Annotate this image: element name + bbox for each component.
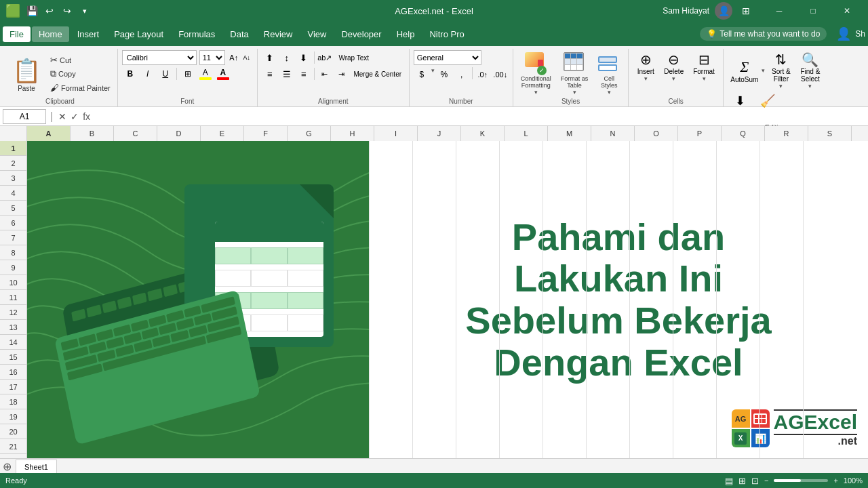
save-icon[interactable]: 💾 bbox=[24, 3, 39, 18]
insert-button[interactable]: ⊕ Insert ▾ bbox=[633, 50, 658, 83]
zoom-out-icon[interactable]: − bbox=[764, 476, 768, 485]
underline-button[interactable]: U bbox=[157, 66, 174, 81]
page-layout-view-icon[interactable]: ⊞ bbox=[738, 476, 746, 486]
menu-help[interactable]: Help bbox=[390, 26, 422, 42]
col-S[interactable]: S bbox=[808, 126, 852, 141]
row-22[interactable]: 22 bbox=[0, 454, 26, 458]
row-5[interactable]: 5 bbox=[0, 201, 26, 216]
col-C[interactable]: C bbox=[114, 126, 157, 141]
col-N[interactable]: N bbox=[591, 126, 635, 141]
align-right-button[interactable]: ≡ bbox=[296, 66, 312, 81]
share-icon[interactable]: 👤 bbox=[836, 26, 851, 41]
row-18[interactable]: 18 bbox=[0, 394, 26, 409]
col-M[interactable]: M bbox=[548, 126, 591, 141]
col-R[interactable]: R bbox=[765, 126, 808, 141]
col-B[interactable]: B bbox=[71, 126, 114, 141]
col-D[interactable]: D bbox=[157, 126, 201, 141]
formula-input[interactable] bbox=[94, 109, 865, 124]
col-P[interactable]: P bbox=[678, 126, 722, 141]
col-T[interactable]: T bbox=[852, 126, 868, 141]
sheet-tab-1[interactable]: Sheet1 bbox=[16, 460, 57, 473]
conditional-formatting-button[interactable]: ✓ ConditionalFormatting ▾ bbox=[517, 50, 555, 98]
align-middle-button[interactable]: ↕ bbox=[279, 50, 295, 65]
row-16[interactable]: 16 bbox=[0, 365, 26, 380]
row-3[interactable]: 3 bbox=[0, 171, 26, 186]
undo-icon[interactable]: ↩ bbox=[42, 3, 57, 18]
confirm-formula-icon[interactable]: ✓ bbox=[69, 111, 80, 122]
currency-button[interactable]: $ bbox=[414, 67, 430, 82]
menu-formulas[interactable]: Formulas bbox=[172, 26, 222, 42]
paste-button[interactable]: 📋 Paste bbox=[7, 56, 46, 92]
page-break-view-icon[interactable]: ⊡ bbox=[751, 476, 759, 486]
align-center-button[interactable]: ☰ bbox=[279, 66, 295, 81]
wrap-text-button[interactable]: Wrap Text bbox=[334, 50, 374, 65]
format-button[interactable]: ⊟ Format ▾ bbox=[689, 50, 719, 83]
col-A[interactable]: A bbox=[27, 126, 71, 141]
menu-home[interactable]: Home bbox=[32, 26, 69, 42]
autosum-dd-arrow[interactable]: ▾ bbox=[762, 67, 765, 74]
row-2[interactable]: 2 bbox=[0, 156, 26, 171]
row-12[interactable]: 12 bbox=[0, 305, 26, 320]
menu-page-layout[interactable]: Page Layout bbox=[107, 26, 170, 42]
find-select-button[interactable]: 🔍 Find & Select ▾ bbox=[797, 50, 823, 91]
cancel-formula-icon[interactable]: ✕ bbox=[57, 111, 68, 122]
row-9[interactable]: 9 bbox=[0, 260, 26, 275]
orientation-button[interactable]: ab↗ bbox=[317, 50, 333, 65]
cut-button[interactable]: ✂ Cut bbox=[47, 54, 113, 66]
col-E[interactable]: E bbox=[201, 126, 244, 141]
align-bottom-button[interactable]: ⬇ bbox=[296, 50, 312, 65]
menu-file[interactable]: File bbox=[3, 26, 31, 42]
percent-button[interactable]: % bbox=[436, 67, 452, 82]
zoom-in-icon[interactable]: + bbox=[833, 476, 837, 485]
row-14[interactable]: 14 bbox=[0, 335, 26, 350]
zoom-slider[interactable] bbox=[774, 479, 828, 482]
col-L[interactable]: L bbox=[505, 126, 548, 141]
decrease-decimal-button[interactable]: .0↑ bbox=[475, 67, 491, 82]
tell-me-box[interactable]: 💡 Tell me what you want to do bbox=[700, 27, 827, 41]
italic-button[interactable]: I bbox=[140, 66, 156, 81]
maximize-button[interactable]: □ bbox=[797, 0, 829, 22]
bold-button[interactable]: B bbox=[122, 66, 138, 81]
normal-view-icon[interactable]: ▤ bbox=[725, 476, 733, 486]
menu-view[interactable]: View bbox=[300, 26, 333, 42]
font-color-button[interactable]: A bbox=[215, 66, 231, 81]
row-11[interactable]: 11 bbox=[0, 290, 26, 305]
menu-developer[interactable]: Developer bbox=[334, 26, 388, 42]
merge-center-button[interactable]: Merge & Center bbox=[351, 66, 405, 81]
format-painter-button[interactable]: 🖌 Format Painter bbox=[47, 81, 113, 94]
menu-insert[interactable]: Insert bbox=[71, 26, 106, 42]
col-G[interactable]: G bbox=[288, 126, 331, 141]
cell-reference-box[interactable]: A1 bbox=[3, 109, 46, 124]
corner-cell[interactable] bbox=[0, 126, 27, 141]
increase-indent-button[interactable]: ⇥ bbox=[334, 66, 350, 81]
col-J[interactable]: J bbox=[418, 126, 461, 141]
col-I[interactable]: I bbox=[374, 126, 418, 141]
ribbon-display-icon[interactable]: ⊞ bbox=[742, 5, 750, 16]
col-K[interactable]: K bbox=[461, 126, 505, 141]
increase-decimal-button[interactable]: .00↓ bbox=[492, 67, 509, 82]
font-name-select[interactable]: Calibri bbox=[122, 50, 197, 65]
add-sheet-button[interactable]: ⊕ bbox=[3, 460, 12, 473]
number-format-select[interactable]: General Number Currency Percentage bbox=[414, 50, 481, 65]
row-4[interactable]: 4 bbox=[0, 186, 26, 201]
row-19[interactable]: 19 bbox=[0, 409, 26, 424]
col-F[interactable]: F bbox=[244, 126, 288, 141]
menu-nitro-pro[interactable]: Nitro Pro bbox=[422, 26, 471, 42]
border-button[interactable]: ⊞ bbox=[180, 66, 196, 81]
decrease-font-button[interactable]: A↓ bbox=[241, 50, 253, 65]
col-O[interactable]: O bbox=[635, 126, 678, 141]
row-6[interactable]: 6 bbox=[0, 216, 26, 230]
user-avatar[interactable]: 👤 bbox=[715, 2, 732, 20]
delete-button[interactable]: ⊖ Delete ▾ bbox=[660, 50, 688, 83]
increase-font-button[interactable]: A↑ bbox=[228, 50, 240, 65]
insert-function-icon[interactable]: fx bbox=[81, 111, 92, 122]
row-8[interactable]: 8 bbox=[0, 245, 26, 260]
menu-data[interactable]: Data bbox=[223, 26, 255, 42]
row-15[interactable]: 15 bbox=[0, 350, 26, 365]
row-1[interactable]: 1 bbox=[0, 141, 26, 156]
currency-dd-arrow[interactable]: ▾ bbox=[431, 67, 435, 82]
decrease-indent-button[interactable]: ⇤ bbox=[317, 66, 333, 81]
cell-styles-button[interactable]: CellStyles ▾ bbox=[594, 50, 624, 98]
comma-button[interactable]: , bbox=[454, 67, 470, 82]
sort-filter-button[interactable]: ⇅ Sort & Filter ▾ bbox=[766, 50, 796, 91]
